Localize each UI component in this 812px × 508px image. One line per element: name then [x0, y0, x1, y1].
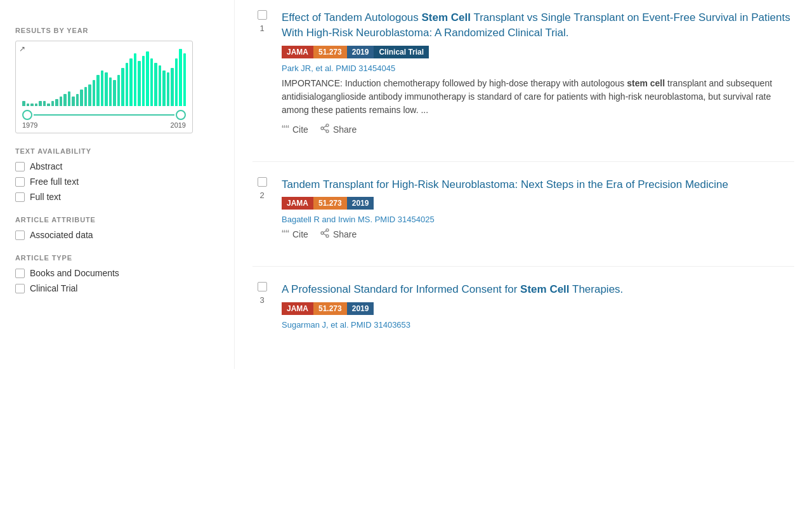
cite-label-1: Cite	[292, 124, 308, 135]
year-chart: ↗ 1979 2019	[15, 41, 193, 133]
abstract-checkbox[interactable]	[15, 162, 25, 171]
svg-line-4	[324, 126, 327, 128]
result-3-left: 3	[252, 282, 272, 333]
chart-bar-24	[121, 68, 124, 106]
result-2-body: Tandem Transplant for High-Risk Neurobla…	[282, 177, 794, 241]
result-1-title-highlight-1: Stem Cell	[422, 11, 471, 23]
main-content: 1 Effect of Tandem Autologous Stem Cell …	[235, 0, 812, 369]
chart-bar-26	[129, 58, 133, 106]
result-2-title[interactable]: Tandem Transplant for High-Risk Neurobla…	[282, 177, 794, 192]
filter-abstract[interactable]: Abstract	[15, 161, 219, 171]
badge-score-3: 51.273	[313, 302, 347, 315]
badge-year-2: 2019	[347, 197, 374, 210]
badge-year-3: 2019	[347, 302, 374, 315]
expand-icon[interactable]: ↗	[19, 44, 25, 53]
result-1-number: 1	[259, 23, 264, 33]
filter-associated-data[interactable]: Associated data	[15, 230, 219, 240]
associated-data-checkbox[interactable]	[15, 231, 25, 240]
share-label-1: Share	[333, 124, 357, 135]
result-1-share-button[interactable]: Share	[320, 123, 357, 136]
chart-bar-39	[183, 53, 187, 106]
result-1-checkbox[interactable]	[258, 10, 267, 20]
chart-bar-14	[80, 90, 83, 106]
full-text-checkbox[interactable]	[15, 192, 25, 202]
chart-bar-8	[55, 99, 58, 106]
article-type-title: ARTICLE TYPE	[15, 254, 219, 262]
badge-score-2: 51.273	[313, 197, 347, 210]
badge-score-1: 51.273	[313, 46, 347, 58]
result-3-title[interactable]: A Professional Standard for Informed Con…	[282, 282, 794, 297]
badge-jama-1: JAMA	[282, 46, 313, 58]
result-1-cite-button[interactable]: ““ Cite	[282, 124, 308, 135]
chart-bar-33	[159, 65, 162, 106]
result-item-1: 1 Effect of Tandem Autologous Stem Cell …	[252, 10, 794, 142]
chart-bar-20	[105, 72, 108, 106]
result-1-authors: Park JR, et al. PMID 31454045	[282, 64, 794, 73]
filter-free-full-text[interactable]: Free full text	[15, 177, 219, 187]
results-by-year-title: RESULTS BY YEAR	[15, 27, 219, 34]
result-2-cite-button[interactable]: ““ Cite	[282, 229, 308, 240]
chart-bar-16	[88, 84, 91, 106]
chart-bar-13	[76, 94, 79, 106]
article-attribute-section: ARTICLE ATTRIBUTE Associated data	[15, 216, 219, 240]
chart-bar-6	[47, 104, 50, 106]
chart-start-year: 1979	[22, 121, 37, 129]
result-3-checkbox[interactable]	[258, 282, 267, 291]
chart-bar-38	[179, 49, 182, 106]
cite-label-2: Cite	[292, 229, 308, 239]
abstract-label: Abstract	[30, 161, 62, 171]
share-icon-2	[320, 228, 330, 241]
range-start-handle[interactable]	[22, 110, 32, 120]
result-2-left: 2	[252, 177, 272, 241]
chart-bar-2	[30, 104, 34, 106]
chart-bar-3	[35, 104, 38, 106]
svg-line-8	[324, 234, 327, 236]
divider-1	[252, 161, 794, 162]
filter-books-and-documents[interactable]: Books and Documents	[15, 268, 219, 278]
free-full-text-checkbox[interactable]	[15, 177, 25, 187]
result-item-2: 2 Tandem Transplant for High-Risk Neurob…	[252, 177, 794, 248]
article-type-section: ARTICLE TYPE Books and Documents Clinica…	[15, 254, 219, 293]
chart-bar-25	[126, 63, 129, 106]
badge-type-1: Clinical Trial	[374, 46, 429, 58]
chart-bar-15	[84, 87, 88, 106]
chart-bar-9	[60, 97, 63, 106]
chart-bar-7	[51, 101, 55, 106]
result-1-title[interactable]: Effect of Tandem Autologous Stem Cell Tr…	[282, 10, 794, 41]
badge-jama-2: JAMA	[282, 197, 313, 210]
chart-bar-4	[39, 101, 42, 106]
chart-bar-0	[22, 101, 25, 106]
result-2-number: 2	[259, 190, 264, 200]
books-and-documents-checkbox[interactable]	[15, 269, 25, 278]
cite-icon-1: ““	[282, 124, 289, 135]
free-full-text-label: Free full text	[30, 177, 79, 187]
chart-bar-18	[96, 75, 100, 106]
svg-line-3	[324, 129, 327, 131]
result-2-share-button[interactable]: Share	[320, 228, 357, 241]
result-3-number: 3	[259, 295, 264, 305]
range-end-handle[interactable]	[176, 110, 186, 120]
chart-bar-29	[142, 56, 145, 106]
chart-bar-5	[43, 101, 46, 106]
chart-bar-30	[146, 51, 149, 106]
result-2-checkbox[interactable]	[258, 177, 267, 187]
chart-bar-34	[162, 70, 166, 106]
chart-bar-27	[134, 53, 137, 106]
result-3-body: A Professional Standard for Informed Con…	[282, 282, 794, 333]
sidebar: RESULTS BY YEAR ↗ 1979 2019 TEXT AVAILAB…	[0, 0, 235, 369]
share-icon-1	[320, 123, 330, 136]
results-by-year-section: RESULTS BY YEAR ↗ 1979 2019	[15, 27, 219, 133]
chart-bar-31	[150, 58, 154, 106]
filter-full-text[interactable]: Full text	[15, 192, 219, 202]
chart-bar-37	[175, 58, 178, 106]
filter-clinical-trial[interactable]: Clinical Trial	[15, 283, 219, 293]
chart-bar-1	[27, 104, 30, 106]
clinical-trial-checkbox[interactable]	[15, 284, 25, 293]
text-availability-title: TEXT AVAILABILITY	[15, 147, 219, 155]
article-attribute-title: ARTICLE ATTRIBUTE	[15, 216, 219, 224]
chart-bar-19	[101, 70, 104, 106]
result-2-badges: JAMA 51.273 2019	[282, 197, 794, 210]
clinical-trial-label: Clinical Trial	[30, 283, 77, 293]
result-1-abstract-bold: stem cell	[627, 78, 665, 88]
chart-range-slider[interactable]	[20, 110, 188, 120]
